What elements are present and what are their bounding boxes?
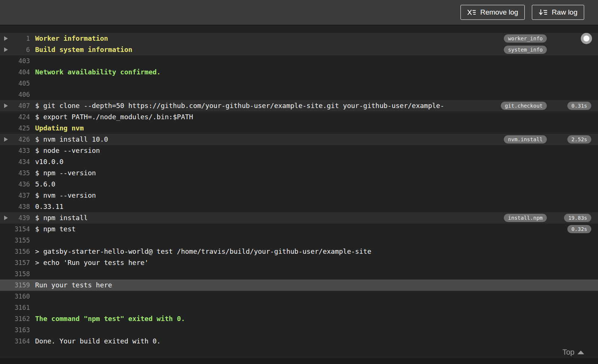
log-line: 424 $ export PATH=./node_modules/.bin:$P…	[0, 111, 598, 123]
log-line: 1 Worker information worker_info	[0, 33, 598, 44]
scroll-to-top-link[interactable]: Top	[562, 348, 584, 357]
log-line: 439 $ npm install install.npm 19.83s	[0, 212, 598, 223]
line-number[interactable]: 407	[0, 100, 30, 111]
line-number[interactable]: 3159	[0, 280, 30, 291]
log-line: 3157 > echo 'Run your tests here'	[0, 257, 598, 268]
log-line: 3154 $ npm test 0.32s	[0, 223, 598, 235]
line-text: $ export PATH=./node_modules/.bin:$PATH	[35, 111, 542, 123]
duration-badge: 0.32s	[567, 225, 591, 233]
line-text: > echo 'Run your tests here'	[35, 257, 542, 268]
line-number[interactable]: 3164	[0, 336, 30, 347]
line-text: Build system information	[35, 44, 542, 55]
line-text: $ npm --version	[35, 167, 542, 179]
log-line: 438 0.33.11	[0, 201, 598, 212]
duration-badge: 2.52s	[567, 135, 591, 144]
line-number[interactable]: 3155	[0, 235, 30, 246]
line-text: > gatsby-starter-hello-world@ test /home…	[35, 246, 542, 257]
line-text: $ nvm install 10.0	[35, 134, 542, 145]
log-line: 404 Network availability confirmed.	[0, 67, 598, 78]
line-number[interactable]: 406	[0, 89, 30, 100]
remove-log-icon	[467, 9, 476, 16]
line-text: 5.6.0	[35, 179, 542, 190]
log-line: 403	[0, 55, 598, 67]
log-line: 437 $ nvm --version	[0, 190, 598, 201]
remove-log-label: Remove log	[480, 8, 518, 16]
duration-badge: 19.83s	[564, 214, 591, 222]
line-text: Done. Your build exited with 0.	[35, 336, 542, 347]
line-number[interactable]: 1	[0, 33, 30, 44]
duration-badge: 0.31s	[567, 102, 591, 110]
log-line: 3161	[0, 302, 598, 313]
line-number[interactable]: 3154	[0, 223, 30, 235]
log-line: 3160	[0, 291, 598, 302]
line-number[interactable]: 436	[0, 179, 30, 190]
line-text: $ nvm --version	[35, 190, 542, 201]
line-number[interactable]: 426	[0, 134, 30, 145]
line-number[interactable]: 424	[0, 111, 30, 123]
log-line: 435 $ npm --version	[0, 167, 598, 179]
line-number[interactable]: 3162	[0, 313, 30, 324]
log-line: 3155	[0, 235, 598, 246]
top-link-label: Top	[562, 348, 574, 357]
raw-log-label: Raw log	[552, 8, 577, 16]
line-text: $ node --version	[35, 145, 542, 156]
log-line: 405	[0, 78, 598, 89]
log-line: 425 Updating nvm	[0, 123, 598, 134]
line-number[interactable]: 3158	[0, 268, 30, 280]
build-log: 1 Worker information worker_info 6 Build…	[0, 26, 598, 358]
scroll-position-indicator	[581, 33, 592, 44]
raw-log-button[interactable]: Raw log	[532, 5, 584, 20]
line-text: 0.33.11	[35, 201, 542, 212]
log-line: 3164 Done. Your build exited with 0.	[0, 336, 598, 347]
line-text: Run your tests here	[35, 280, 542, 291]
raw-log-icon	[539, 9, 548, 16]
line-number[interactable]: 405	[0, 78, 30, 89]
fold-tag-badge: install.npm	[504, 214, 547, 222]
line-text: Updating nvm	[35, 123, 542, 134]
line-text: The command "npm test" exited with 0.	[35, 313, 542, 324]
fold-tag-badge: nvm.install	[504, 135, 547, 144]
log-line: 406	[0, 89, 598, 100]
log-line: 407 $ git clone --depth=50 https://githu…	[0, 100, 598, 111]
log-line: 426 $ nvm install 10.0 nvm.install 2.52s	[0, 134, 598, 145]
line-number[interactable]: 439	[0, 212, 30, 223]
line-number[interactable]: 3161	[0, 302, 30, 313]
fold-tag-badge: git.checkout	[501, 102, 547, 110]
line-number[interactable]: 403	[0, 55, 30, 67]
line-number[interactable]: 3160	[0, 291, 30, 302]
fold-tag-badge: system_info	[504, 46, 547, 54]
log-line: 3159 Run your tests here	[0, 280, 598, 291]
log-line: 3162 The command "npm test" exited with …	[0, 313, 598, 324]
fold-tag-badge: worker_info	[504, 34, 547, 43]
log-line: 3156 > gatsby-starter-hello-world@ test …	[0, 246, 598, 257]
log-rows: 1 Worker information worker_info 6 Build…	[0, 33, 598, 347]
line-number[interactable]: 425	[0, 123, 30, 134]
line-text: $ npm test	[35, 223, 542, 235]
line-number[interactable]: 3163	[0, 324, 30, 336]
log-line: 434 v10.0.0	[0, 156, 598, 167]
line-number[interactable]: 3157	[0, 257, 30, 268]
line-number[interactable]: 6	[0, 44, 30, 55]
arrow-up-icon	[577, 351, 584, 354]
line-text: $ git clone --depth=50 https://github.co…	[35, 100, 542, 111]
line-text: Worker information	[35, 33, 542, 44]
log-line: 433 $ node --version	[0, 145, 598, 156]
scroll-position-dot	[583, 36, 589, 41]
log-line: 6 Build system information system_info	[0, 44, 598, 55]
log-line: 3158	[0, 268, 598, 280]
line-number[interactable]: 435	[0, 167, 30, 179]
line-number[interactable]: 404	[0, 67, 30, 78]
line-number[interactable]: 433	[0, 145, 30, 156]
line-text: $ npm install	[35, 212, 542, 223]
line-number[interactable]: 3156	[0, 246, 30, 257]
line-text: v10.0.0	[35, 156, 542, 167]
log-line: 436 5.6.0	[0, 179, 598, 190]
line-number[interactable]: 438	[0, 201, 30, 212]
line-text: Network availability confirmed.	[35, 67, 542, 78]
line-number[interactable]: 437	[0, 190, 30, 201]
line-number[interactable]: 434	[0, 156, 30, 167]
log-line: 3163	[0, 324, 598, 336]
log-toolbar: Remove log Raw log	[0, 0, 598, 25]
remove-log-button[interactable]: Remove log	[460, 5, 525, 20]
